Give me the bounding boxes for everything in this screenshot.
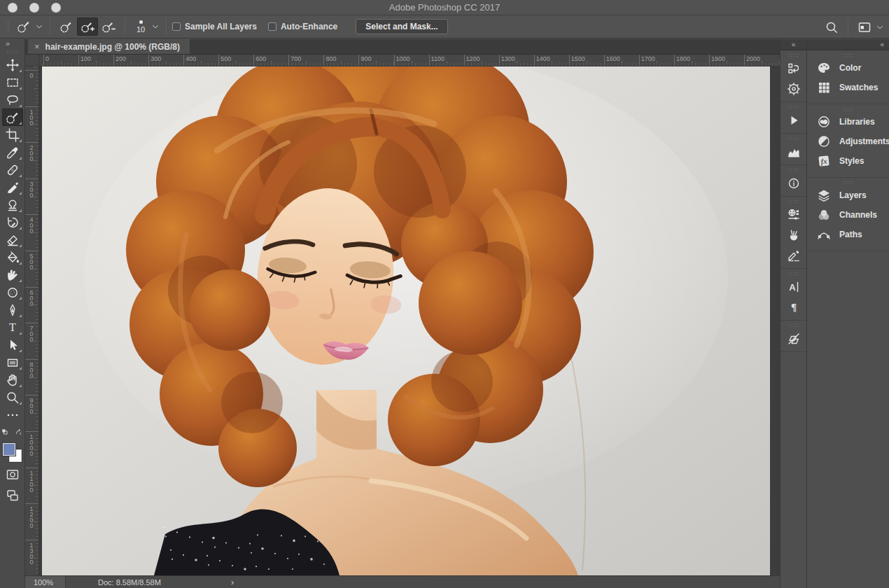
panel-tab-label: Swatches (839, 83, 878, 92)
rail-group (780, 50, 806, 102)
rail-grip[interactable] (788, 200, 799, 203)
default-colors-icon[interactable] (1, 428, 10, 440)
panel-tab-swatches[interactable]: Swatches (807, 78, 889, 97)
collapse-rail-chevron[interactable]: « (780, 39, 806, 50)
rail-grip[interactable] (788, 105, 799, 108)
screen-mode-button[interactable] (2, 486, 23, 505)
collapse-panels-chevron[interactable]: « (807, 39, 889, 50)
rail-grip[interactable] (788, 168, 799, 172)
tool-crop[interactable] (2, 126, 23, 144)
swap-colors-icon[interactable] (15, 428, 24, 440)
tool-flyout-triangle (19, 279, 22, 282)
auto-enhance-checkbox[interactable] (268, 22, 276, 31)
ruler-major-tick (43, 55, 44, 66)
tools-grip[interactable] (6, 50, 19, 54)
workspace-icon[interactable] (854, 18, 875, 36)
tool-eyedropper[interactable] (2, 144, 23, 161)
brush-size-picker[interactable]: 10 (131, 20, 150, 34)
histogram-panel-icon[interactable] (782, 141, 806, 162)
zoom-level-field[interactable]: 100% (25, 576, 66, 588)
close-tab-icon[interactable]: × (34, 41, 40, 52)
tool-hand[interactable] (2, 371, 23, 388)
rail-grip[interactable] (788, 136, 799, 140)
chevron-down-icon[interactable] (150, 22, 160, 31)
properties-panel-icon[interactable] (782, 204, 806, 225)
add-to-selection-button[interactable] (77, 18, 98, 36)
panel-grip[interactable] (843, 181, 854, 184)
chevron-down-icon[interactable] (34, 22, 44, 31)
panel-tab-color[interactable]: Color (807, 58, 889, 78)
actions-panel-icon[interactable] (782, 110, 806, 130)
tool-flyout-triangle (19, 69, 22, 72)
tool-paint-bucket[interactable] (2, 248, 23, 266)
tool-flyout-triangle (19, 244, 22, 247)
tool-pen[interactable] (2, 301, 23, 318)
status-chevron[interactable]: › (231, 578, 234, 587)
panel-tab-label: Libraries (839, 117, 875, 127)
panel-tab-paths[interactable]: Paths (807, 225, 889, 244)
subtract-from-selection-button[interactable] (98, 18, 119, 36)
tool-shape[interactable] (2, 354, 23, 371)
rail-grip[interactable] (788, 323, 799, 327)
close-window-button[interactable] (8, 3, 18, 13)
panel-tab-channels[interactable]: Channels (807, 205, 889, 225)
navigator-panel-icon[interactable] (782, 78, 806, 99)
tool-flyout-triangle (19, 209, 22, 212)
vertical-ruler[interactable]: 0100200300400500600700800900100011001200… (25, 66, 39, 575)
select-and-mask-button[interactable]: Select and Mask... (356, 19, 447, 34)
tool-preset-picker[interactable] (13, 18, 34, 36)
libraries-icon (816, 114, 832, 130)
horizontal-ruler[interactable]: 0100200300400500600700800900100011001200… (39, 55, 780, 66)
panel-tab-styles[interactable]: fxStyles (807, 151, 889, 171)
quick-mask-button[interactable] (2, 465, 23, 484)
swatches-icon (816, 80, 832, 95)
ruler-label: 100 (28, 108, 35, 125)
character-panel-icon[interactable]: A (782, 276, 806, 297)
info-panel-icon[interactable] (782, 173, 806, 193)
panel-grip[interactable] (843, 107, 854, 111)
sample-all-layers-checkbox[interactable] (172, 22, 181, 31)
ruler-label: 400 (28, 216, 35, 233)
tool-dodge[interactable] (2, 284, 23, 301)
tool-type[interactable]: T (2, 318, 23, 336)
search-icon[interactable] (821, 18, 842, 36)
options-grip[interactable] (6, 20, 10, 33)
rail-grip[interactable] (788, 53, 799, 57)
ruler-major-tick (604, 55, 605, 66)
tool-edit-toolbar[interactable] (2, 406, 23, 424)
tool-list: T (2, 56, 23, 424)
new-selection-button[interactable] (56, 18, 77, 36)
document-tab[interactable]: × hair-example.jpg @ 100% (RGB/8) (28, 39, 190, 54)
ruler-corner[interactable] (25, 55, 39, 66)
tool-spot-healing-brush[interactable] (2, 161, 23, 178)
minimize-window-button[interactable] (29, 3, 39, 13)
tool-presets-panel-icon[interactable] (782, 225, 806, 245)
tool-clone-stamp[interactable] (2, 196, 23, 214)
tool-zoom[interactable] (2, 388, 23, 406)
tool-rectangular-marquee[interactable] (2, 74, 23, 91)
tool-quick-selection[interactable] (2, 108, 23, 126)
tool-lasso[interactable] (2, 91, 23, 108)
brush-settings-panel-icon[interactable] (782, 245, 806, 265)
tool-move[interactable] (2, 56, 23, 74)
tool-eraser[interactable] (2, 231, 23, 248)
foreground-color-swatch[interactable] (3, 443, 15, 456)
expand-tools-chevron[interactable]: » (0, 39, 10, 48)
tool-brush[interactable] (2, 178, 23, 196)
panel-grip[interactable] (843, 53, 854, 57)
history-panel-icon[interactable] (782, 58, 806, 78)
ruler-major-tick (744, 55, 745, 66)
panel-tab-libraries[interactable]: Libraries (807, 112, 889, 132)
chevron-down-icon[interactable] (875, 22, 885, 32)
document-canvas-image[interactable] (42, 66, 770, 575)
clone-source-panel-icon[interactable] (782, 328, 806, 349)
panel-tab-adjustments[interactable]: Adjustments (807, 132, 889, 151)
rail-grip[interactable] (788, 272, 799, 275)
tool-history-brush[interactable] (2, 214, 23, 231)
panel-tab-layers[interactable]: Layers (807, 186, 889, 205)
tool-smudge[interactable] (2, 266, 23, 284)
paragraph-panel-icon[interactable]: ¶ (782, 297, 806, 317)
zoom-window-button[interactable] (51, 3, 61, 13)
ruler-major-tick (113, 55, 114, 66)
tool-path-selection[interactable] (2, 336, 23, 354)
